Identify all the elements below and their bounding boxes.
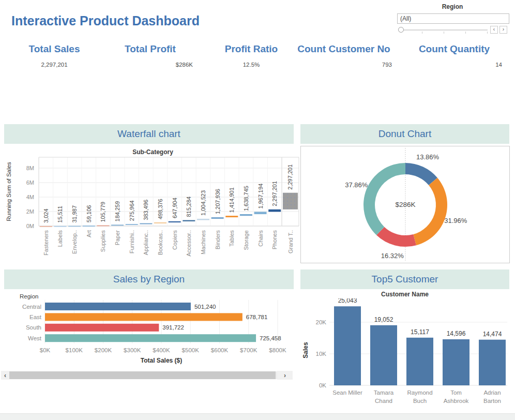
region-label: East [29, 314, 42, 320]
scrollbar-track[interactable] [9, 371, 277, 379]
bar-value-label: 501,240 [194, 304, 216, 310]
sales-by-region-chart[interactable]: RegionCentral501,240East678,781South391,… [4, 290, 297, 368]
region-label: Central [22, 304, 41, 310]
waterfall-chart[interactable]: 0M2M4M6M8MRunning Sum of Sales3,024Faste… [4, 146, 301, 265]
region-filter-value[interactable]: (All) [397, 13, 509, 24]
customer-label: Ashbrook [444, 398, 469, 404]
bar-value-label: 678,781 [246, 314, 268, 320]
waterfall-bar[interactable] [68, 226, 81, 227]
top5-subtitle: Customer Name [300, 291, 509, 298]
tick-label: $700K [240, 347, 258, 353]
scrollbar-thumb[interactable] [9, 371, 276, 379]
kpi-label: Total Profit [108, 43, 193, 55]
bar-value-label: 2,297,201 [271, 181, 278, 206]
kpi-total-profit: Total Profit $286K [108, 43, 193, 68]
tick-label: $300K [124, 347, 141, 353]
filter-prev-icon[interactable]: ‹ [490, 26, 498, 34]
tick-label: 8M [26, 165, 34, 171]
region-bar[interactable] [45, 324, 159, 332]
kpi-value: 12.5% [222, 62, 280, 68]
region-filter-slider-handle[interactable] [398, 27, 404, 33]
waterfall-bar[interactable] [111, 224, 124, 226]
bar-value-label: 815,284 [186, 197, 192, 217]
waterfall-bar[interactable] [254, 212, 267, 214]
donut-slice[interactable] [413, 178, 447, 245]
tick-label: 4M [26, 194, 34, 200]
waterfall-bar[interactable] [268, 209, 281, 212]
donut-chart[interactable]: 13.86%31.96%16.32%37.86%$286K [301, 146, 509, 263]
region-panel-title: Sales by Region [4, 269, 294, 289]
x-axis-title: Total Sales ($) [141, 357, 182, 364]
waterfall-bar[interactable] [169, 221, 181, 222]
customer-bar[interactable] [479, 340, 506, 385]
donut-slice[interactable] [363, 163, 405, 235]
top5-customer-chart[interactable]: 0K10K20KSales25,043Sean Miller19,052Tama… [300, 298, 509, 413]
bar-value-label: 1,414,901 [229, 187, 235, 213]
tick-label: 10K [316, 351, 327, 357]
customer-bar[interactable] [370, 325, 397, 385]
waterfall-panel-title: Waterfall chart [4, 124, 294, 144]
kpi-value: 2,297,201 [16, 62, 93, 68]
scrollbar-left-icon[interactable]: ‹ [1, 371, 9, 380]
customer-label: Tamara [374, 389, 394, 396]
tick-label: $200K [95, 347, 112, 353]
waterfall-bar[interactable] [154, 222, 166, 223]
kpi-total-sales: Total Sales 2,297,201 [16, 43, 93, 68]
donut-slice[interactable] [376, 227, 416, 247]
waterfall-bar[interactable] [97, 226, 109, 227]
waterfall-grand-total-bar[interactable] [283, 193, 298, 209]
category-label: Bookcas.. [157, 230, 163, 255]
customer-label: Adrian [483, 389, 501, 396]
waterfall-bar[interactable] [240, 214, 252, 216]
region-bar[interactable] [45, 334, 256, 342]
waterfall-bar[interactable] [197, 219, 209, 220]
waterfall-bar[interactable] [225, 216, 238, 217]
bar-value-label: 1,967,194 [258, 184, 264, 209]
slice-percent-label: 31.96% [444, 217, 467, 224]
donut-slice[interactable] [405, 163, 437, 185]
waterfall-bar[interactable] [140, 223, 152, 224]
category-label: Paper [114, 230, 120, 246]
waterfall-bar[interactable] [40, 226, 52, 227]
bar-value-label: 25,043 [338, 298, 357, 304]
filter-next-icon[interactable]: › [499, 26, 507, 34]
slider-tick [444, 32, 444, 34]
region-bar[interactable] [45, 303, 191, 310]
y-axis-title: Sales [302, 342, 309, 358]
bar-value-label: 647,904 [172, 198, 178, 218]
kpi-count-quantity: Count Quantity 14 [406, 43, 502, 68]
horizontal-scrollbar[interactable]: ‹ › [1, 371, 293, 380]
waterfall-bar[interactable] [54, 226, 66, 227]
kpi-label: Count Customer No [296, 43, 392, 55]
customer-label: Chand [375, 398, 392, 404]
category-label: Phones [271, 230, 278, 250]
waterfall-bar[interactable] [183, 220, 195, 221]
customer-bar[interactable] [443, 339, 469, 385]
region-bar[interactable] [45, 313, 243, 321]
region-filter-slider-track[interactable] [401, 29, 488, 31]
region-filter-label: Region [396, 3, 509, 10]
kpi-count-customer: Count Customer No 793 [296, 43, 392, 68]
customer-bar[interactable] [406, 338, 433, 385]
bar-value-label: 14,474 [483, 331, 502, 338]
waterfall-bar[interactable] [126, 224, 138, 225]
category-label: Applianc.. [143, 230, 149, 255]
customer-label: Sean Miller [332, 389, 362, 396]
bar-value-label: 105,779 [100, 202, 106, 222]
category-label: Chairs [258, 230, 264, 247]
waterfall-bar[interactable] [83, 226, 95, 227]
category-label: Furnishi.. [129, 230, 135, 253]
category-label: Supplies [100, 230, 106, 252]
scrollbar-right-icon[interactable]: › [277, 371, 293, 380]
tick-label: 20K [316, 319, 327, 325]
category-label: Envelop.. [71, 230, 78, 254]
bar-value-label: 184,259 [114, 201, 120, 222]
customer-bar[interactable] [334, 306, 361, 385]
tick-label: 0M [26, 223, 34, 229]
category-label: Art [86, 230, 92, 237]
category-label: Accessor.. [186, 230, 192, 257]
customer-label: Tom [450, 389, 462, 396]
slice-percent-label: 37.86% [345, 181, 368, 189]
tick-label: $600K [211, 347, 229, 353]
waterfall-bar[interactable] [211, 217, 224, 219]
